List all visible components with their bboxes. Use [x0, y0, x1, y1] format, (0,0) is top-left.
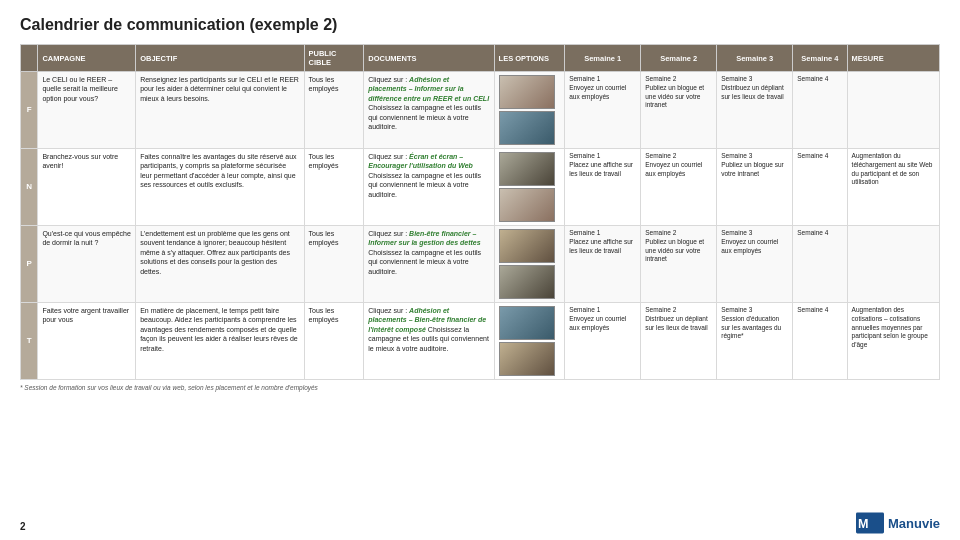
cell-options-3	[494, 303, 565, 380]
cell-depl4-1: Semaine 4	[793, 149, 847, 226]
header-semaine1: Semaine 1	[565, 45, 641, 72]
docs-prefix-3: Cliquez sur :	[368, 307, 409, 314]
image-2b	[499, 265, 555, 299]
header-semaine3: Semaine 3	[717, 45, 793, 72]
cell-depl3-2: Semaine 3Envoyez un courriel aux employé…	[717, 226, 793, 303]
table-row: F Le CELI ou le REER – quelle serait la …	[21, 72, 940, 149]
campagne-text-2: Qu'est-ce qui vous empêche de dormir la …	[42, 230, 131, 246]
img-sim-1b	[500, 189, 554, 221]
cell-campagne-0: Le CELI ou le REER – quelle serait la me…	[38, 72, 136, 149]
campagne-text-0: Le CELI ou le REER – quelle serait la me…	[42, 76, 117, 102]
cell-options-2	[494, 226, 565, 303]
header-cible: PUBLIC CIBLE	[304, 45, 364, 72]
objectif-text-0: Renseignez les participants sur le CELI …	[140, 76, 299, 102]
docs-suffix-0: Choisissez la campagne et les outils qui…	[368, 104, 481, 130]
cell-campagne-3: Faites votre argent travailler pour vous	[38, 303, 136, 380]
manuvie-logo-icon: M	[856, 512, 884, 534]
cell-documents-1: Cliquez sur : Écran et écran – Encourage…	[364, 149, 494, 226]
objectif-text-1: Faites connaître les avantages du site r…	[140, 153, 296, 188]
cell-depl2-3: Semaine 2Distribuez un dépliant sur les …	[641, 303, 717, 380]
cell-documents-3: Cliquez sur : Adhésion et placements – B…	[364, 303, 494, 380]
cell-cible-1: Tous les employés	[304, 149, 364, 226]
image-3a	[499, 306, 555, 340]
objectif-text-2: L'endettement est un problème que les ge…	[140, 230, 290, 275]
svg-text:M: M	[858, 517, 869, 531]
cible-text-2: Tous les employés	[309, 230, 339, 246]
image-1b	[499, 188, 555, 222]
header-semaine2: Semaine 2	[641, 45, 717, 72]
manuvie-logo-text: Manuvie	[888, 516, 940, 531]
cell-mesure-3: Augmentation des cotisations – cotisatio…	[847, 303, 939, 380]
cell-campagne-1: Branchez-vous sur votre avenir!	[38, 149, 136, 226]
row-label-n: N	[21, 149, 38, 226]
cell-depl4-2: Semaine 4	[793, 226, 847, 303]
image-0a	[499, 75, 555, 109]
row-label-t: T	[21, 303, 38, 380]
header-mesure: MESURE	[847, 45, 939, 72]
cell-mesure-2	[847, 226, 939, 303]
manuvie-logo: M Manuvie	[856, 512, 940, 534]
page-number: 2	[20, 521, 26, 532]
objectif-text-3: En matière de placement, le temps petit …	[140, 307, 298, 352]
cell-mesure-1: Augmentation du téléchargement au site W…	[847, 149, 939, 226]
image-3b	[499, 342, 555, 376]
cell-depl2-2: Semaine 2Publiez un blogue et une vidéo …	[641, 226, 717, 303]
header-semaine4: Semaine 4	[793, 45, 847, 72]
cible-text-3: Tous les employés	[309, 307, 339, 323]
cible-text-1: Tous les employés	[309, 153, 339, 169]
cell-depl3-1: Semaine 3Publiez un blogue sur votre int…	[717, 149, 793, 226]
header-campagne: CAMPAGNE	[38, 45, 136, 72]
header-documents: DOCUMENTS	[364, 45, 494, 72]
cell-cible-2: Tous les employés	[304, 226, 364, 303]
cell-cible-3: Tous les employés	[304, 303, 364, 380]
img-sim-2a	[500, 230, 554, 262]
cell-depl1-3: Semaine 1Envoyez un courriel aux employé…	[565, 303, 641, 380]
cell-documents-0: Cliquez sur : Adhésion et placements – I…	[364, 72, 494, 149]
cell-depl4-3: Semaine 4	[793, 303, 847, 380]
cell-mesure-0	[847, 72, 939, 149]
docs-prefix-0: Cliquez sur :	[368, 76, 409, 83]
docs-suffix-1: Choisissez la campagne et les outils qui…	[368, 172, 481, 198]
row-label-p: P	[21, 226, 38, 303]
cell-depl2-0: Semaine 2Publiez un blogue et une vidéo …	[641, 72, 717, 149]
image-0b	[499, 111, 555, 145]
cell-depl4-0: Semaine 4	[793, 72, 847, 149]
cell-campagne-2: Qu'est-ce qui vous empêche de dormir la …	[38, 226, 136, 303]
img-sim-0a	[500, 76, 554, 108]
img-cell-1	[499, 152, 561, 222]
cell-objectif-3: En matière de placement, le temps petit …	[136, 303, 304, 380]
img-cell-2	[499, 229, 561, 299]
page-title: Calendrier de communication (exemple 2)	[20, 16, 940, 34]
docs-prefix-1: Cliquez sur :	[368, 153, 409, 160]
row-label-f: F	[21, 72, 38, 149]
img-cell-0	[499, 75, 561, 145]
cell-options-1	[494, 149, 565, 226]
table-row: T Faites votre argent travailler pour vo…	[21, 303, 940, 380]
cell-objectif-1: Faites connaître les avantages du site r…	[136, 149, 304, 226]
footer-note: * Session de formation sur vos lieux de …	[20, 384, 940, 391]
docs-prefix-2: Cliquez sur :	[368, 230, 409, 237]
cell-depl2-1: Semaine 2Envoyez un courriel aux employé…	[641, 149, 717, 226]
campagne-text-3: Faites votre argent travailler pour vous	[42, 307, 129, 323]
img-sim-0b	[500, 112, 554, 144]
docs-suffix-2: Choisissez la campagne et les outils qui…	[368, 249, 481, 275]
img-sim-1a	[500, 153, 554, 185]
image-2a	[499, 229, 555, 263]
header-objectif: OBJECTIF	[136, 45, 304, 72]
campagne-text-1: Branchez-vous sur votre avenir!	[42, 153, 118, 169]
cell-depl1-1: Semaine 1Placez une affiche sur les lieu…	[565, 149, 641, 226]
cell-depl1-0: Semaine 1Envoyez un courriel aux employé…	[565, 72, 641, 149]
image-1a	[499, 152, 555, 186]
page-wrapper: Calendrier de communication (exemple 2) …	[0, 0, 960, 540]
cell-documents-2: Cliquez sur : Bien-être financier – Info…	[364, 226, 494, 303]
cell-depl3-0: Semaine 3Distribuez un dépliant sur les …	[717, 72, 793, 149]
img-sim-2b	[500, 266, 554, 298]
header-options: LES OPTIONS	[494, 45, 565, 72]
table-row: P Qu'est-ce qui vous empêche de dormir l…	[21, 226, 940, 303]
cell-depl1-2: Semaine 1Placez une affiche sur les lieu…	[565, 226, 641, 303]
cell-objectif-2: L'endettement est un problème que les ge…	[136, 226, 304, 303]
cell-cible-0: Tous les employés	[304, 72, 364, 149]
img-sim-3a	[500, 307, 554, 339]
communication-table: CAMPAGNE OBJECTIF PUBLIC CIBLE DOCUMENTS…	[20, 44, 940, 380]
header-rowlabel	[21, 45, 38, 72]
